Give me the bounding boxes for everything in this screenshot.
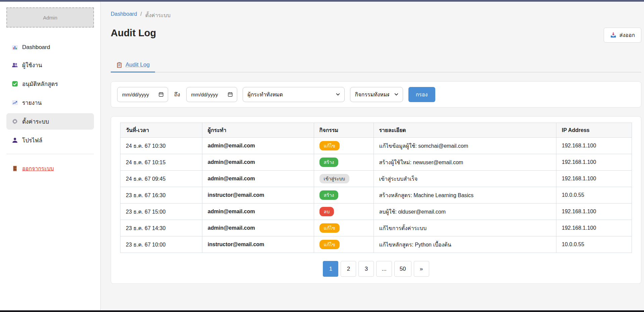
breadcrumb: Dashboard / ตั้งค่าระบบ — [111, 11, 641, 19]
cell-ip: 192.168.1.100 — [556, 220, 632, 236]
brand-label: Admin — [43, 15, 57, 20]
date-to-input[interactable]: mm/dd/yyyy — [186, 87, 237, 102]
calendar-icon — [158, 92, 164, 97]
actor-filter-select[interactable]: ผู้กระทำทั้งหมด — [243, 87, 345, 102]
cell-ip: 192.168.1.100 — [556, 171, 632, 187]
sidebar-item-label: อนุมัติหลักสูตร — [22, 79, 58, 88]
export-tray-icon — [610, 32, 616, 38]
audit-table-card: วันที่-เวลาผู้กระทำกิจกรรมรายละเอียดIP A… — [111, 116, 641, 284]
table-row: 23 ธ.ค. 67 16:30instructor@email.comสร้า… — [120, 187, 632, 204]
column-header: ผู้กระทำ — [202, 123, 314, 138]
filter-card: mm/dd/yyyy ถึง mm/dd/yyyy ผู้กระทำทั้งหม… — [111, 81, 641, 107]
date-to-placeholder: mm/dd/yyyy — [191, 92, 218, 97]
cell-action: สร้าง — [314, 154, 374, 171]
cell-ip: 192.168.1.100 — [556, 138, 632, 154]
app-layout: Admin Dashboardผู้ใช้งานอนุมัติหลักสูตรร… — [0, 2, 644, 310]
date-from-placeholder: mm/dd/yyyy — [122, 92, 149, 97]
cell-action: สร้าง — [314, 187, 374, 204]
page-button-1[interactable]: 1 — [323, 261, 338, 277]
page-button-2[interactable]: 2 — [341, 261, 356, 277]
cell-action: ลบ — [314, 204, 374, 220]
door-icon — [12, 165, 18, 172]
page-button-50[interactable]: 50 — [394, 261, 411, 277]
page-header: Audit Log ส่งออก — [111, 28, 641, 43]
cell-action: แก้ไข — [314, 138, 374, 154]
date-range-to-label: ถึง — [174, 90, 180, 99]
pagination: 123...50» — [120, 261, 632, 277]
cell-actor: admin@email.com — [202, 171, 314, 187]
breadcrumb-home-link[interactable]: Dashboard — [111, 11, 137, 19]
tab-bar: Audit Log — [111, 59, 641, 73]
cell-ip: 10.0.0.55 — [556, 236, 632, 253]
approve-icon — [12, 81, 18, 87]
column-header: วันที่-เวลา — [120, 123, 202, 138]
tab-audit-log[interactable]: Audit Log — [111, 59, 155, 73]
cell-actor: instructor@email.com — [202, 187, 314, 204]
cell-details: แก้ไขข้อมูลผู้ใช้: somchai@email.com — [374, 138, 556, 154]
action-badge: แก้ไข — [319, 141, 340, 150]
audit-table: วันที่-เวลาผู้กระทำกิจกรรมรายละเอียดIP A… — [120, 123, 632, 253]
logout-label: ออกจากระบบ — [22, 164, 54, 173]
sidebar-item-profile[interactable]: โปรไฟล์ — [6, 132, 94, 148]
cell-ip: 10.0.0.55 — [556, 187, 632, 204]
cell-datetime: 23 ธ.ค. 67 14:30 — [120, 220, 202, 236]
action-badge: เข้าสู่ระบบ — [319, 174, 350, 183]
clipboard-icon — [116, 62, 122, 68]
table-row: 23 ธ.ค. 67 10:00instructor@email.comแก้ไ… — [120, 236, 632, 253]
export-button[interactable]: ส่งออก — [604, 28, 641, 43]
table-row: 23 ธ.ค. 67 14:30admin@email.comแก้ไขแก้ไ… — [120, 220, 632, 236]
cell-datetime: 23 ธ.ค. 67 16:30 — [120, 187, 202, 204]
cell-datetime: 24 ธ.ค. 67 10:30 — [120, 138, 202, 154]
cell-actor: admin@email.com — [202, 220, 314, 236]
sidebar-item-label: โปรไฟล์ — [22, 136, 42, 145]
sidebar-item-settings[interactable]: ตั้งค่าระบบ — [6, 113, 94, 130]
action-badge: สร้าง — [319, 158, 339, 167]
cell-datetime: 24 ธ.ค. 67 09:45 — [120, 171, 202, 187]
cell-datetime: 23 ธ.ค. 67 10:00 — [120, 236, 202, 253]
sidebar: Admin Dashboardผู้ใช้งานอนุมัติหลักสูตรร… — [0, 2, 101, 310]
cell-ip: 192.168.1.100 — [556, 154, 632, 171]
bottom-accent-bar — [0, 310, 644, 312]
sidebar-item-reports[interactable]: รายงาน — [6, 94, 94, 111]
sidebar-item-users[interactable]: ผู้ใช้งาน — [6, 57, 94, 73]
breadcrumb-separator: / — [140, 11, 142, 19]
sidebar-item-label: ผู้ใช้งาน — [22, 60, 42, 70]
cell-details: แก้ไขการตั้งค่าระบบ — [374, 220, 556, 236]
cell-datetime: 24 ธ.ค. 67 10:15 — [120, 154, 202, 171]
table-row: 23 ธ.ค. 67 15:00admin@email.comลบลบผู้ใช… — [120, 204, 632, 220]
activity-filter-select[interactable]: กิจกรรมทั้งหมด — [350, 87, 403, 102]
cell-details: ลบผู้ใช้: olduser@email.com — [374, 204, 556, 220]
sidebar-item-approve[interactable]: อนุมัติหลักสูตร — [6, 76, 94, 92]
dashboard-icon — [12, 44, 18, 51]
cell-details: สร้างผู้ใช้ใหม่: newuser@email.com — [374, 154, 556, 171]
table-row: 24 ธ.ค. 67 10:30admin@email.comแก้ไขแก้ไ… — [120, 138, 632, 154]
breadcrumb-current: ตั้งค่าระบบ — [145, 11, 170, 19]
action-badge: สร้าง — [319, 190, 339, 200]
cell-details: สร้างหลักสูตร: Machine Learning Basics — [374, 187, 556, 204]
page-title: Audit Log — [111, 28, 156, 39]
sidebar-item-dashboard[interactable]: Dashboard — [6, 40, 94, 54]
cell-actor: admin@email.com — [202, 138, 314, 154]
column-header: IP Address — [556, 123, 632, 138]
calendar-icon — [228, 92, 233, 97]
page-button-3[interactable]: 3 — [358, 261, 374, 277]
next-page-button[interactable]: » — [414, 261, 429, 277]
date-from-input[interactable]: mm/dd/yyyy — [117, 87, 168, 102]
table-row: 24 ธ.ค. 67 10:15admin@email.comสร้างสร้า… — [120, 154, 632, 171]
logout-button[interactable]: ออกจากระบบ — [6, 162, 94, 175]
main-content: Dashboard / ตั้งค่าระบบ Audit Log ส่งออก… — [101, 2, 644, 310]
column-header: รายละเอียด — [374, 123, 556, 138]
reports-icon — [12, 99, 18, 106]
sidebar-divider — [6, 154, 94, 154]
sidebar-nav: Dashboardผู้ใช้งานอนุมัติหลักสูตรรายงานต… — [6, 40, 94, 148]
sidebar-item-label: รายงาน — [22, 98, 42, 107]
cell-actor: instructor@email.com — [202, 236, 314, 253]
filter-button[interactable]: กรอง — [408, 87, 435, 102]
column-header: กิจกรรม — [314, 123, 374, 138]
table-header-row: วันที่-เวลาผู้กระทำกิจกรรมรายละเอียดIP A… — [120, 123, 632, 138]
export-label: ส่งออก — [620, 31, 635, 39]
page-button-[interactable]: ... — [376, 261, 392, 277]
sidebar-item-label: ตั้งค่าระบบ — [22, 117, 49, 126]
action-badge: ลบ — [319, 207, 334, 216]
action-badge: แก้ไข — [319, 240, 340, 249]
